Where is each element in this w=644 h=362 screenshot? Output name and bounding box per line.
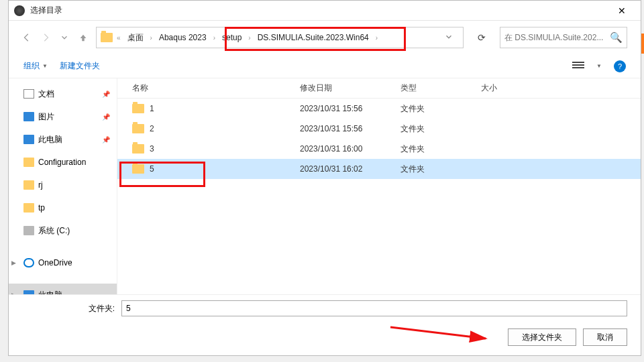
file-type: 文件夹	[400, 164, 481, 175]
sidebar-item-thispc[interactable]: ▶此电脑	[9, 284, 117, 294]
file-date: 2023/10/31 16:00	[300, 144, 400, 154]
help-icon[interactable]: ?	[614, 60, 626, 72]
file-type: 文件夹	[400, 143, 481, 155]
disk-icon	[23, 226, 34, 235]
file-name: 2	[150, 124, 154, 133]
search-input[interactable]	[504, 33, 610, 42]
pin-icon: 📌	[102, 90, 110, 98]
sidebar-item[interactable]: 此电脑📌	[9, 128, 117, 151]
folder-icon	[23, 203, 34, 213]
chevron-right-icon: ›	[247, 34, 252, 42]
sidebar-item-label: rj	[38, 180, 43, 190]
search-box[interactable]: 🔍	[500, 27, 627, 48]
document-icon	[23, 89, 34, 99]
forward-icon[interactable]	[41, 33, 50, 42]
chevron-right-icon: ›	[149, 34, 154, 42]
sidebar-item[interactable]: Configuration	[9, 151, 117, 174]
folder-label: 文件夹:	[22, 303, 121, 314]
recent-dropdown-icon[interactable]	[60, 33, 69, 42]
new-folder-button[interactable]: 新建文件夹	[60, 60, 100, 72]
annotation-edge	[641, 34, 644, 54]
breadcrumb[interactable]: DS.SIMULIA.Suite.2023.Win64	[255, 32, 372, 44]
sidebar-item-label: 文档	[38, 88, 54, 100]
file-date: 2023/10/31 15:56	[300, 124, 400, 133]
file-date: 2023/10/31 16:02	[300, 164, 400, 174]
chevron-right-icon: ▶	[11, 292, 16, 294]
column-date[interactable]: 修改日期	[300, 82, 400, 94]
file-date: 2023/10/31 15:56	[300, 104, 400, 113]
pin-icon: 📌	[102, 136, 110, 143]
file-type: 文件夹	[400, 123, 481, 135]
folder-icon	[101, 33, 113, 42]
close-icon[interactable]: ✕	[608, 1, 635, 21]
column-name[interactable]: 名称	[132, 82, 300, 94]
view-dropdown-icon[interactable]: ▼	[596, 63, 602, 69]
file-name: 1	[150, 104, 154, 113]
view-options-icon[interactable]	[572, 62, 584, 71]
pin-icon: 📌	[102, 113, 110, 121]
table-row[interactable]: 22023/10/31 15:56文件夹	[117, 119, 641, 139]
sidebar-item-label: OneDrive	[38, 258, 72, 267]
sidebar-item[interactable]: 文档📌	[9, 82, 117, 105]
folder-icon	[23, 180, 34, 190]
breadcrumb[interactable]: Abaqus 2023	[156, 32, 209, 44]
folder-icon	[132, 124, 144, 133]
table-row[interactable]: 52023/10/31 16:02文件夹	[117, 159, 641, 179]
folder-icon	[132, 104, 144, 113]
address-bar[interactable]: « 桌面 › Abaqus 2023 › setup › DS.SIMULIA.…	[96, 27, 464, 48]
cancel-button[interactable]: 取消	[583, 328, 627, 346]
pictures-icon	[23, 112, 34, 121]
up-icon[interactable]	[78, 33, 88, 42]
sidebar-item-label: tp	[38, 203, 45, 213]
folder-input[interactable]	[121, 300, 627, 316]
sidebar-item-label: 此电脑	[38, 290, 62, 295]
window-title: 选择目录	[30, 5, 62, 16]
file-list: 名称 修改日期 类型 大小 12023/10/31 15:56文件夹22023/…	[117, 78, 641, 294]
file-name: 3	[150, 144, 154, 154]
chevron-right-icon: ▶	[11, 259, 16, 266]
file-type: 文件夹	[400, 103, 481, 115]
folder-icon	[132, 144, 144, 154]
refresh-icon[interactable]: ⟳	[472, 27, 492, 48]
file-name: 5	[150, 164, 154, 174]
chevron-right-icon: ›	[212, 34, 217, 42]
sidebar-item[interactable]: tp	[9, 196, 117, 219]
pc-icon	[23, 135, 34, 144]
search-icon[interactable]: 🔍	[610, 32, 623, 44]
folder-icon	[132, 164, 144, 174]
breadcrumb[interactable]: 桌面	[125, 31, 146, 45]
sidebar-item-label: Configuration	[38, 158, 86, 167]
breadcrumb[interactable]: setup	[219, 32, 244, 44]
table-row[interactable]: 12023/10/31 15:56文件夹	[117, 99, 641, 119]
sidebar-item[interactable]: 系统 (C:)	[9, 219, 117, 242]
organize-button[interactable]: 组织▼	[23, 60, 48, 72]
sidebar: 文档📌 图片📌 此电脑📌 Configuration rj tp 系统 (C:)…	[9, 78, 117, 294]
sidebar-item-label: 此电脑	[38, 134, 62, 145]
column-size[interactable]: 大小	[481, 82, 535, 94]
sidebar-item[interactable]: 图片📌	[9, 105, 117, 128]
sidebar-item-onedrive[interactable]: ▶OneDrive	[9, 251, 117, 274]
folder-icon	[23, 158, 34, 167]
chevron-right-icon: ›	[374, 34, 379, 42]
cloud-icon	[23, 258, 34, 267]
address-dropdown-icon[interactable]	[439, 32, 459, 44]
app-icon	[14, 5, 25, 16]
breadcrumb-prefix: «	[115, 34, 122, 42]
pc-icon	[23, 290, 34, 294]
sidebar-item-label: 图片	[38, 111, 54, 123]
sidebar-item[interactable]: rj	[9, 174, 117, 196]
table-row[interactable]: 32023/10/31 16:00文件夹	[117, 139, 641, 159]
back-icon[interactable]	[22, 33, 32, 42]
select-folder-button[interactable]: 选择文件夹	[508, 328, 576, 346]
column-type[interactable]: 类型	[400, 82, 481, 94]
sidebar-item-label: 系统 (C:)	[38, 225, 70, 237]
